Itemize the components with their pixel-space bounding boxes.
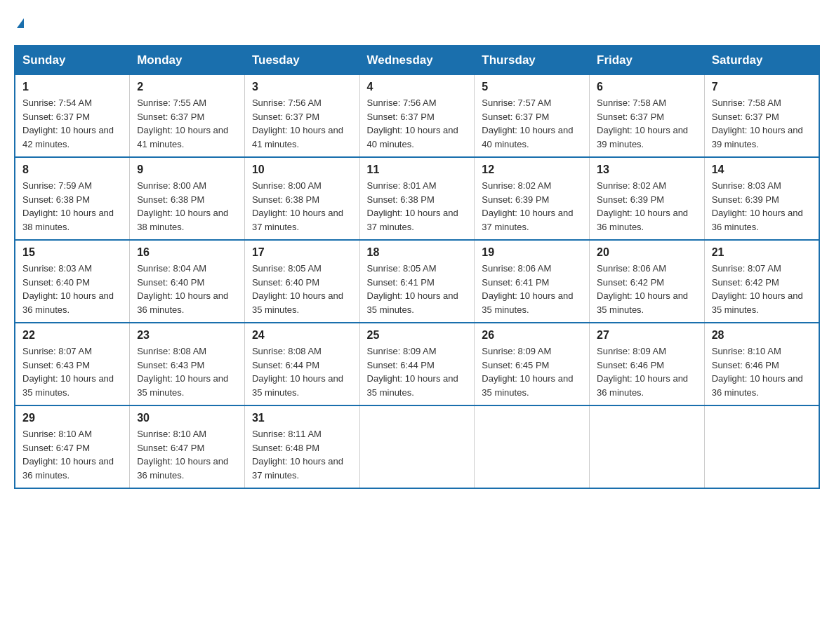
day-number: 5 [482,81,582,93]
day-cell: 10Sunrise: 8:00 AMSunset: 6:38 PMDayligh… [244,157,359,240]
day-number: 13 [597,163,697,176]
day-cell: 30Sunrise: 8:10 AMSunset: 6:47 PMDayligh… [130,405,245,488]
week-row-1: 1Sunrise: 7:54 AMSunset: 6:37 PMDaylight… [15,75,819,158]
day-cell: 4Sunrise: 7:56 AMSunset: 6:37 PMDaylight… [359,75,475,158]
logo-triangle-icon [17,18,24,28]
header-tuesday: Tuesday [244,46,359,75]
day-info: Sunrise: 8:01 AMSunset: 6:38 PMDaylight:… [367,179,468,234]
day-info: Sunrise: 8:10 AMSunset: 6:47 PMDaylight:… [22,427,122,482]
day-cell: 28Sunrise: 8:10 AMSunset: 6:46 PMDayligh… [704,323,819,405]
day-info: Sunrise: 7:58 AMSunset: 6:37 PMDaylight:… [597,96,697,151]
day-info: Sunrise: 7:57 AMSunset: 6:37 PMDaylight:… [482,96,582,151]
day-info: Sunrise: 7:56 AMSunset: 6:37 PMDaylight:… [252,96,352,151]
day-cell: 16Sunrise: 8:04 AMSunset: 6:40 PMDayligh… [130,240,245,323]
day-cell: 26Sunrise: 8:09 AMSunset: 6:45 PMDayligh… [475,323,590,405]
header-sunday: Sunday [15,46,130,75]
day-number: 23 [137,329,237,342]
day-cell: 15Sunrise: 8:03 AMSunset: 6:40 PMDayligh… [15,240,130,323]
day-number: 19 [482,246,582,259]
day-info: Sunrise: 8:10 AMSunset: 6:47 PMDaylight:… [137,427,237,482]
day-cell: 29Sunrise: 8:10 AMSunset: 6:47 PMDayligh… [15,405,130,488]
logo-line1 [14,14,24,31]
day-cell: 2Sunrise: 7:55 AMSunset: 6:37 PMDaylight… [130,75,245,158]
calendar-header-row: SundayMondayTuesdayWednesdayThursdayFrid… [15,46,819,75]
day-number: 15 [22,246,122,259]
day-cell: 5Sunrise: 7:57 AMSunset: 6:37 PMDaylight… [475,75,590,158]
day-cell: 21Sunrise: 8:07 AMSunset: 6:42 PMDayligh… [704,240,819,323]
day-number: 16 [137,246,237,259]
day-info: Sunrise: 8:03 AMSunset: 6:39 PMDaylight:… [712,179,812,234]
calendar-table: SundayMondayTuesdayWednesdayThursdayFrid… [14,45,820,489]
header-thursday: Thursday [475,46,590,75]
day-info: Sunrise: 7:56 AMSunset: 6:37 PMDaylight:… [367,96,468,151]
day-info: Sunrise: 8:00 AMSunset: 6:38 PMDaylight:… [252,179,352,234]
header-friday: Friday [590,46,705,75]
day-info: Sunrise: 8:10 AMSunset: 6:46 PMDaylight:… [712,344,812,399]
day-info: Sunrise: 8:06 AMSunset: 6:42 PMDaylight:… [597,262,697,316]
day-cell: 12Sunrise: 8:02 AMSunset: 6:39 PMDayligh… [475,157,590,240]
day-info: Sunrise: 7:58 AMSunset: 6:37 PMDaylight:… [712,96,812,151]
logo [14,14,24,31]
header-monday: Monday [130,46,245,75]
day-info: Sunrise: 8:03 AMSunset: 6:40 PMDaylight:… [22,262,122,316]
day-cell: 3Sunrise: 7:56 AMSunset: 6:37 PMDaylight… [244,75,359,158]
day-info: Sunrise: 8:04 AMSunset: 6:40 PMDaylight:… [137,262,237,316]
week-row-3: 15Sunrise: 8:03 AMSunset: 6:40 PMDayligh… [15,240,819,323]
day-cell: 11Sunrise: 8:01 AMSunset: 6:38 PMDayligh… [359,157,475,240]
day-info: Sunrise: 8:08 AMSunset: 6:43 PMDaylight:… [137,344,237,399]
day-cell [359,405,475,488]
day-info: Sunrise: 8:11 AMSunset: 6:48 PMDaylight:… [252,427,352,482]
day-info: Sunrise: 8:02 AMSunset: 6:39 PMDaylight:… [597,179,697,234]
day-number: 3 [252,81,352,93]
day-info: Sunrise: 8:00 AMSunset: 6:38 PMDaylight:… [137,179,237,234]
day-number: 17 [252,246,352,259]
day-info: Sunrise: 7:59 AMSunset: 6:38 PMDaylight:… [22,179,122,234]
day-number: 26 [482,329,582,342]
day-cell: 22Sunrise: 8:07 AMSunset: 6:43 PMDayligh… [15,323,130,405]
day-cell: 9Sunrise: 8:00 AMSunset: 6:38 PMDaylight… [130,157,245,240]
day-number: 31 [252,412,352,424]
day-info: Sunrise: 8:05 AMSunset: 6:40 PMDaylight:… [252,262,352,316]
day-number: 29 [22,412,122,424]
day-number: 20 [597,246,697,259]
day-cell: 13Sunrise: 8:02 AMSunset: 6:39 PMDayligh… [590,157,705,240]
day-info: Sunrise: 8:07 AMSunset: 6:43 PMDaylight:… [22,344,122,399]
week-row-5: 29Sunrise: 8:10 AMSunset: 6:47 PMDayligh… [15,405,819,488]
day-cell: 7Sunrise: 7:58 AMSunset: 6:37 PMDaylight… [704,75,819,158]
day-number: 14 [712,163,812,176]
day-number: 1 [22,81,122,93]
day-number: 25 [367,329,468,342]
day-number: 18 [367,246,468,259]
day-number: 9 [137,163,237,176]
day-cell [475,405,590,488]
week-row-2: 8Sunrise: 7:59 AMSunset: 6:38 PMDaylight… [15,157,819,240]
day-cell: 8Sunrise: 7:59 AMSunset: 6:38 PMDaylight… [15,157,130,240]
day-number: 10 [252,163,352,176]
day-info: Sunrise: 8:07 AMSunset: 6:42 PMDaylight:… [712,262,812,316]
day-number: 28 [712,329,812,342]
header-saturday: Saturday [704,46,819,75]
day-number: 22 [22,329,122,342]
day-number: 24 [252,329,352,342]
day-cell: 20Sunrise: 8:06 AMSunset: 6:42 PMDayligh… [590,240,705,323]
day-cell: 31Sunrise: 8:11 AMSunset: 6:48 PMDayligh… [244,405,359,488]
day-number: 12 [482,163,582,176]
day-number: 11 [367,163,468,176]
day-cell: 23Sunrise: 8:08 AMSunset: 6:43 PMDayligh… [130,323,245,405]
day-cell: 18Sunrise: 8:05 AMSunset: 6:41 PMDayligh… [359,240,475,323]
day-info: Sunrise: 8:05 AMSunset: 6:41 PMDaylight:… [367,262,468,316]
day-info: Sunrise: 8:09 AMSunset: 6:44 PMDaylight:… [367,344,468,399]
day-cell [590,405,705,488]
day-cell: 17Sunrise: 8:05 AMSunset: 6:40 PMDayligh… [244,240,359,323]
day-info: Sunrise: 7:55 AMSunset: 6:37 PMDaylight:… [137,96,237,151]
day-cell: 19Sunrise: 8:06 AMSunset: 6:41 PMDayligh… [475,240,590,323]
day-number: 7 [712,81,812,93]
day-cell: 14Sunrise: 8:03 AMSunset: 6:39 PMDayligh… [704,157,819,240]
day-number: 2 [137,81,237,93]
day-cell: 27Sunrise: 8:09 AMSunset: 6:46 PMDayligh… [590,323,705,405]
day-cell: 1Sunrise: 7:54 AMSunset: 6:37 PMDaylight… [15,75,130,158]
day-number: 6 [597,81,697,93]
day-cell: 25Sunrise: 8:09 AMSunset: 6:44 PMDayligh… [359,323,475,405]
day-info: Sunrise: 8:09 AMSunset: 6:45 PMDaylight:… [482,344,582,399]
day-info: Sunrise: 8:09 AMSunset: 6:46 PMDaylight:… [597,344,697,399]
